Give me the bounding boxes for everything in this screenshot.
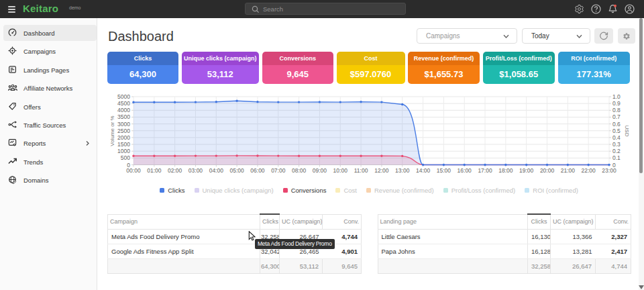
svg-text:04:00: 04:00 — [209, 167, 224, 174]
svg-text:14:00: 14:00 — [416, 167, 431, 174]
svg-text:08:00: 08:00 — [292, 167, 307, 174]
svg-text:500: 500 — [121, 154, 130, 161]
svg-text:3000: 3000 — [117, 121, 130, 128]
svg-text:1000: 1000 — [117, 148, 130, 154]
svg-text:4000: 4000 — [117, 107, 130, 113]
svg-text:05:00: 05:00 — [229, 167, 244, 174]
svg-text:0.1: 0.1 — [612, 154, 621, 161]
svg-text:3500: 3500 — [117, 113, 130, 120]
svg-text:22:00: 22:00 — [582, 167, 596, 174]
svg-text:02:00: 02:00 — [168, 167, 182, 174]
svg-text:00:00: 00:00 — [126, 167, 141, 174]
svg-text:09:00: 09:00 — [313, 167, 327, 174]
svg-text:Volume or %: Volume or % — [109, 115, 115, 146]
svg-text:20:00: 20:00 — [540, 167, 555, 174]
svg-text:10:00: 10:00 — [333, 167, 348, 174]
svg-text:15:00: 15:00 — [437, 167, 451, 174]
svg-text:0.3: 0.3 — [612, 141, 621, 148]
svg-text:0.8: 0.8 — [612, 107, 621, 113]
svg-text:03:00: 03:00 — [189, 167, 203, 174]
svg-text:0.4: 0.4 — [612, 134, 621, 141]
svg-text:16:00: 16:00 — [458, 167, 472, 174]
svg-text:0.2: 0.2 — [612, 148, 621, 154]
svg-text:1500: 1500 — [117, 141, 130, 148]
svg-text:2000: 2000 — [117, 134, 130, 141]
svg-text:19:00: 19:00 — [519, 167, 534, 174]
svg-text:11:00: 11:00 — [354, 167, 368, 174]
svg-text:1.0: 1.0 — [612, 93, 621, 100]
svg-text:23:00: 23:00 — [602, 167, 616, 174]
svg-text:5000: 5000 — [117, 93, 130, 100]
svg-text:12:00: 12:00 — [374, 167, 389, 174]
svg-text:0.6: 0.6 — [612, 121, 621, 128]
svg-text:0.5: 0.5 — [612, 128, 621, 134]
svg-text:07:00: 07:00 — [271, 167, 286, 174]
svg-text:06:00: 06:00 — [250, 167, 265, 174]
svg-text:01:00: 01:00 — [147, 167, 162, 174]
svg-text:13:00: 13:00 — [395, 167, 410, 174]
svg-text:2500: 2500 — [117, 128, 130, 134]
svg-text:18:00: 18:00 — [498, 167, 513, 174]
svg-text:USD: USD — [624, 126, 630, 137]
svg-text:0.9: 0.9 — [612, 100, 621, 107]
svg-text:21:00: 21:00 — [561, 167, 576, 174]
svg-text:17:00: 17:00 — [478, 167, 492, 174]
svg-text:4500: 4500 — [117, 100, 130, 107]
svg-text:0.7: 0.7 — [612, 113, 621, 120]
